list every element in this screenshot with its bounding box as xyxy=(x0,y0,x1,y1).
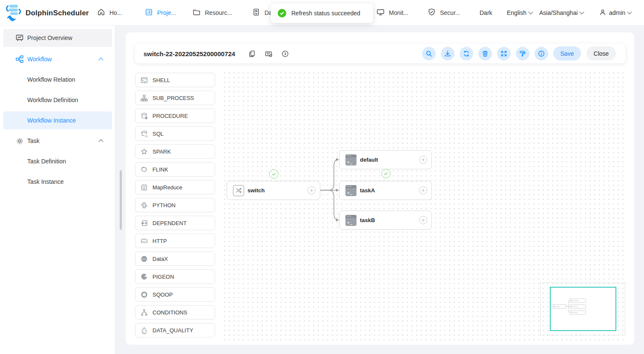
close-button[interactable]: Close xyxy=(586,46,616,60)
toast-notification: Refresh status succeeded xyxy=(271,3,373,23)
brand[interactable]: DolphinScheduler xyxy=(5,3,89,23)
minimap-graph xyxy=(551,288,615,330)
http-icon: HTTP xyxy=(141,237,148,245)
refresh-button[interactable] xyxy=(460,47,473,60)
search-button[interactable] xyxy=(422,47,436,60)
datasource-icon xyxy=(252,8,260,17)
sidebar-item-task-definition[interactable]: Task Definition xyxy=(3,152,112,170)
delete-button[interactable] xyxy=(478,47,492,60)
timezone-select[interactable]: Asia/Shanghai xyxy=(539,0,584,26)
sidebar-item-task-instance[interactable]: Task Instance xyxy=(3,173,112,191)
language-select[interactable]: English xyxy=(507,0,532,26)
chevron-down-icon xyxy=(580,9,584,14)
chevron-down-icon xyxy=(627,9,632,14)
status-success-icon xyxy=(269,169,279,179)
dag-node-taskA[interactable]: >_ taskA + xyxy=(339,181,432,200)
brand-name: DolphinScheduler xyxy=(26,9,89,17)
download-button[interactable] xyxy=(441,47,454,60)
database-gear-icon xyxy=(141,112,148,120)
task-type-dependent[interactable]: DEPENDENT xyxy=(135,216,215,230)
chevron-up-icon xyxy=(98,139,103,144)
info-icon xyxy=(538,50,545,57)
add-downstream-icon[interactable]: + xyxy=(308,186,316,194)
workflow-instance-title: switch-22-20220525200000724 xyxy=(144,44,235,63)
task-type-datax[interactable]: DataX DataX xyxy=(135,251,215,266)
toast-message: Refresh status succeeded xyxy=(291,10,360,17)
theme-toggle[interactable]: Dark xyxy=(480,0,492,26)
nav-item-resources[interactable]: Resourc... xyxy=(193,0,232,26)
presentation-chart-icon xyxy=(15,34,24,42)
dag-node-switch[interactable]: switch + xyxy=(227,181,320,200)
copy-icon[interactable] xyxy=(248,50,256,57)
sidebar-item-workflow-instance[interactable]: Workflow Instance xyxy=(3,111,112,129)
sidebar-item-project-overview[interactable]: Project Overview xyxy=(3,29,112,47)
info-button[interactable] xyxy=(535,47,548,60)
python-icon xyxy=(141,202,148,209)
minimap-viewport[interactable] xyxy=(550,287,616,331)
sidebar-item-workflow-definition[interactable]: Workflow Definition xyxy=(3,91,112,109)
fullscreen-button[interactable] xyxy=(497,47,511,60)
task-type-http[interactable]: HTTP HTTP xyxy=(135,234,215,248)
dag-node-taskB[interactable]: >_ taskB + xyxy=(339,211,432,230)
success-check-icon xyxy=(278,9,286,17)
task-type-sqoop[interactable]: SQOOP xyxy=(135,287,215,302)
nav-item-security[interactable]: Secur... xyxy=(428,0,460,26)
task-type-shell[interactable]: SHELL xyxy=(135,73,215,87)
squirrel-icon xyxy=(141,166,148,173)
star-icon xyxy=(141,148,148,155)
nav-item-projects[interactable]: Proje... xyxy=(145,0,176,26)
home-icon xyxy=(97,8,105,17)
fullscreen-icon xyxy=(500,50,507,57)
save-button[interactable]: Save xyxy=(553,46,581,60)
format-button[interactable] xyxy=(516,47,529,60)
task-type-python[interactable]: PYTHON xyxy=(135,198,215,212)
task-type-spark[interactable]: SPARK xyxy=(135,144,215,159)
svg-text:MR: MR xyxy=(143,186,146,188)
task-type-sub-process[interactable]: SUB_PROCESS xyxy=(135,91,215,105)
nav-item-home[interactable]: Ho... xyxy=(97,0,122,26)
conditions-icon xyxy=(141,309,148,316)
chevron-down-icon xyxy=(528,9,533,14)
task-type-flink[interactable]: FLINK xyxy=(135,162,215,177)
subprocess-icon xyxy=(141,94,148,102)
shell-task-icon: >_ xyxy=(345,154,356,166)
shield-icon xyxy=(428,8,436,17)
monitor-icon xyxy=(377,8,385,17)
droplet-icon xyxy=(141,327,148,334)
minimap[interactable] xyxy=(540,283,625,335)
svg-text:DataX: DataX xyxy=(142,258,147,260)
delete-icon xyxy=(482,50,489,57)
svg-text:HTTP: HTTP xyxy=(142,240,147,242)
sidebar-item-workflow[interactable]: Workflow xyxy=(3,50,112,68)
sidebar-scrollbar[interactable] xyxy=(120,170,122,230)
task-type-mapreduce[interactable]: MR MapReduce xyxy=(135,180,215,194)
folder-icon xyxy=(193,8,201,17)
datax-icon: DataX xyxy=(141,255,148,263)
sidebar-item-task[interactable]: Task xyxy=(3,132,112,150)
calendar-mr-icon: MR xyxy=(141,184,148,191)
dependent-icon xyxy=(141,220,148,227)
task-type-data-quality[interactable]: DATA_QUALITY xyxy=(135,323,215,337)
shell-task-icon: >_ xyxy=(345,215,356,226)
task-type-pigeon[interactable]: PIGEON xyxy=(135,269,215,284)
user-menu[interactable]: admin xyxy=(599,0,631,26)
workflow-icon xyxy=(15,55,24,63)
task-type-sql[interactable]: SQL SQL xyxy=(135,126,215,141)
task-type-procedure[interactable]: PROCEDURE xyxy=(135,108,215,123)
status-success-icon xyxy=(381,169,391,178)
task-type-conditions[interactable]: CONDITIONS xyxy=(135,305,215,320)
nav-item-monitor[interactable]: Monit... xyxy=(377,0,408,26)
dag-node-default[interactable]: >_ default + xyxy=(339,150,432,169)
dolphinscheduler-logo-icon xyxy=(5,3,22,23)
dag-toolbar: switch-22-20220525200000724 xyxy=(135,44,626,63)
startup-parameters-icon[interactable] xyxy=(282,50,289,57)
shell-task-icon: >_ xyxy=(345,185,356,196)
sidebar-item-workflow-relation[interactable]: Workflow Relation xyxy=(3,71,112,88)
gear-icon xyxy=(15,137,24,145)
add-downstream-icon[interactable]: + xyxy=(419,186,427,194)
svg-text:SQL: SQL xyxy=(145,135,148,137)
download-icon xyxy=(444,50,451,57)
view-variables-icon[interactable] xyxy=(265,50,272,57)
add-downstream-icon[interactable]: + xyxy=(419,216,427,224)
add-downstream-icon[interactable]: + xyxy=(419,156,427,164)
